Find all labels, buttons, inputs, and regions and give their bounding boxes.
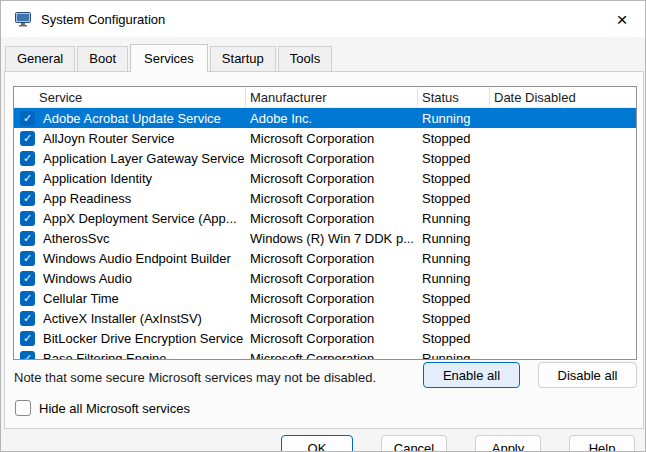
column-header-service[interactable]: Service [14, 87, 246, 107]
service-checkbox[interactable]: ✓ [20, 251, 35, 266]
checkbox-cell: ✓ [14, 311, 39, 326]
table-row[interactable]: ✓Windows AudioMicrosoft CorporationRunni… [14, 268, 636, 288]
service-status: Stopped [418, 331, 490, 346]
service-status: Stopped [418, 131, 490, 146]
system-configuration-window: System Configuration × General Boot Serv… [0, 0, 646, 452]
tab-startup[interactable]: Startup [210, 46, 276, 71]
service-checkbox[interactable]: ✓ [20, 191, 35, 206]
service-checkbox[interactable]: ✓ [20, 151, 35, 166]
service-name: Adobe Acrobat Update Service [39, 111, 246, 126]
checkbox-cell: ✓ [14, 131, 39, 146]
service-manufacturer: Microsoft Corporation [246, 271, 418, 286]
service-status: Stopped [418, 191, 490, 206]
table-row[interactable]: ✓BitLocker Drive Encryption ServiceMicro… [14, 328, 636, 348]
checkbox-cell: ✓ [14, 151, 39, 166]
hide-microsoft-services-label: Hide all Microsoft services [39, 401, 190, 416]
service-name: BitLocker Drive Encryption Service [39, 331, 246, 346]
disable-all-button[interactable]: Disable all [538, 362, 637, 388]
services-list[interactable]: Service Manufacturer Status Date Disable… [13, 86, 637, 360]
service-checkbox[interactable]: ✓ [20, 111, 35, 126]
close-icon[interactable]: × [599, 1, 645, 37]
apply-button[interactable]: Apply [475, 435, 541, 452]
service-checkbox[interactable]: ✓ [20, 311, 35, 326]
checkbox-cell: ✓ [14, 351, 39, 361]
service-status: Running [418, 231, 490, 246]
ok-button[interactable]: OK [281, 435, 353, 452]
checkbox-cell: ✓ [14, 231, 39, 246]
column-header-manufacturer[interactable]: Manufacturer [246, 87, 418, 107]
service-manufacturer: Microsoft Corporation [246, 331, 418, 346]
service-status: Stopped [418, 311, 490, 326]
checkbox-cell: ✓ [14, 171, 39, 186]
services-note: Note that some secure Microsoft services… [14, 370, 376, 385]
service-name: Application Identity [39, 171, 246, 186]
service-status: Running [418, 111, 490, 126]
checkbox-cell: ✓ [14, 271, 39, 286]
column-header-date-disabled[interactable]: Date Disabled [490, 87, 588, 107]
service-rows: ✓Adobe Acrobat Update ServiceAdobe Inc.R… [14, 108, 636, 360]
service-manufacturer: Microsoft Corporation [246, 291, 418, 306]
service-status: Stopped [418, 151, 490, 166]
enable-all-button[interactable]: Enable all [423, 362, 520, 388]
table-row[interactable]: ✓App ReadinessMicrosoft CorporationStopp… [14, 188, 636, 208]
checkbox-cell: ✓ [14, 191, 39, 206]
service-manufacturer: Microsoft Corporation [246, 191, 418, 206]
table-row[interactable]: ✓Adobe Acrobat Update ServiceAdobe Inc.R… [14, 108, 636, 128]
service-status: Running [418, 211, 490, 226]
service-name: AppX Deployment Service (App... [39, 211, 246, 226]
hide-microsoft-services-checkbox[interactable] [15, 400, 31, 416]
tab-general[interactable]: General [5, 46, 75, 71]
tab-services[interactable]: Services [130, 44, 208, 72]
table-row[interactable]: ✓ActiveX Installer (AxInstSV)Microsoft C… [14, 308, 636, 328]
checkbox-cell: ✓ [14, 251, 39, 266]
service-manufacturer: Microsoft Corporation [246, 311, 418, 326]
column-header-status[interactable]: Status [418, 87, 490, 107]
service-status: Running [418, 351, 490, 361]
checkbox-cell: ✓ [14, 331, 39, 346]
checkbox-cell: ✓ [14, 111, 39, 126]
service-status: Stopped [418, 291, 490, 306]
window-title: System Configuration [41, 12, 165, 27]
table-row[interactable]: ✓AllJoyn Router ServiceMicrosoft Corpora… [14, 128, 636, 148]
service-status: Running [418, 271, 490, 286]
service-checkbox[interactable]: ✓ [20, 171, 35, 186]
dialog-button-bar: OK Cancel Apply Help [1, 429, 645, 452]
service-checkbox[interactable]: ✓ [20, 351, 35, 361]
service-manufacturer: Microsoft Corporation [246, 151, 418, 166]
checkbox-cell: ✓ [14, 291, 39, 306]
service-checkbox[interactable]: ✓ [20, 211, 35, 226]
service-name: Windows Audio Endpoint Builder [39, 251, 246, 266]
column-header-filler [588, 87, 636, 107]
service-manufacturer: Windows (R) Win 7 DDK p... [246, 231, 418, 246]
table-row[interactable]: ✓Windows Audio Endpoint BuilderMicrosoft… [14, 248, 636, 268]
service-checkbox[interactable]: ✓ [20, 231, 35, 246]
service-name: AllJoyn Router Service [39, 131, 246, 146]
service-name: Application Layer Gateway Service [39, 151, 246, 166]
table-row[interactable]: ✓AppX Deployment Service (App...Microsof… [14, 208, 636, 228]
table-row[interactable]: ✓Application IdentityMicrosoft Corporati… [14, 168, 636, 188]
service-name: Windows Audio [39, 271, 246, 286]
tab-tools[interactable]: Tools [278, 46, 332, 71]
title-bar: System Configuration × [1, 1, 645, 37]
service-manufacturer: Microsoft Corporation [246, 251, 418, 266]
list-header: Service Manufacturer Status Date Disable… [14, 87, 636, 108]
services-tab-page: Service Manufacturer Status Date Disable… [4, 71, 644, 429]
app-icon [15, 11, 31, 27]
table-row[interactable]: ✓Cellular TimeMicrosoft CorporationStopp… [14, 288, 636, 308]
service-name: Cellular Time [39, 291, 246, 306]
cancel-button[interactable]: Cancel [381, 435, 447, 452]
tab-boot[interactable]: Boot [77, 46, 128, 71]
service-manufacturer: Microsoft Corporation [246, 211, 418, 226]
service-checkbox[interactable]: ✓ [20, 131, 35, 146]
service-checkbox[interactable]: ✓ [20, 291, 35, 306]
service-manufacturer: Microsoft Corporation [246, 171, 418, 186]
service-name: ActiveX Installer (AxInstSV) [39, 311, 246, 326]
help-button[interactable]: Help [569, 435, 635, 452]
table-row[interactable]: ✓Application Layer Gateway ServiceMicros… [14, 148, 636, 168]
service-checkbox[interactable]: ✓ [20, 271, 35, 286]
service-status: Stopped [418, 171, 490, 186]
table-row[interactable]: ✓AtherosSvcWindows (R) Win 7 DDK p...Run… [14, 228, 636, 248]
table-row[interactable]: ✓Base Filtering EngineMicrosoft Corporat… [14, 348, 636, 360]
hide-microsoft-services-row[interactable]: Hide all Microsoft services [15, 400, 190, 416]
service-checkbox[interactable]: ✓ [20, 331, 35, 346]
